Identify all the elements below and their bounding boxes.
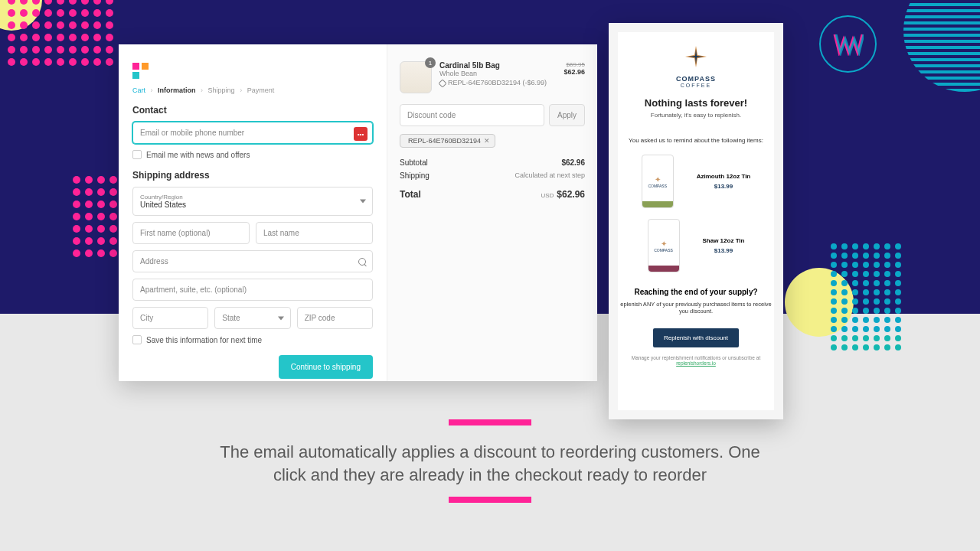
applied-discount-chip: REPL-64E760BD32194 ✕ [400, 134, 495, 148]
country-select[interactable]: Country/Region United States [132, 187, 373, 216]
remove-discount-icon[interactable]: ✕ [484, 137, 490, 145]
address-field[interactable]: Address [132, 250, 373, 272]
chevron-down-icon [360, 200, 366, 204]
chevron-down-icon [278, 316, 284, 320]
checkbox-icon[interactable] [132, 335, 142, 344]
shipping-heading: Shipping address [132, 170, 373, 181]
breadcrumb-shipping: Shipping [208, 86, 235, 94]
email-product-row: ✦COMPASS Shaw 12oz Tin $13.99 [618, 219, 774, 272]
product-image: ✦COMPASS [648, 219, 680, 272]
accent-bar [449, 497, 531, 503]
email-reminder: You asked us to remind about the followi… [618, 137, 774, 144]
product-name: Cardinal 5lb Bag [439, 61, 556, 70]
contact-heading: Contact [132, 105, 373, 116]
breadcrumb-cart[interactable]: Cart [132, 86, 145, 94]
breadcrumb: Cart › Information › Shipping › Payment [132, 86, 373, 94]
order-summary: 1 Cardinal 5lb Bag Whole Bean REPL-64E76… [387, 44, 597, 381]
email-product-name: Shaw 12oz Tin [703, 237, 745, 244]
product-variant: Whole Bean [439, 70, 556, 77]
email-product-name: Azimouth 12oz Tin [697, 173, 751, 180]
caption-text: The email automatically applies a discou… [207, 441, 773, 486]
checkout-card: Cart › Information › Shipping › Payment … [119, 44, 597, 381]
email-product-price: $13.99 [703, 247, 745, 254]
newsletter-checkbox-row[interactable]: Email me with news and offers [132, 150, 373, 159]
country-value: United States [140, 201, 186, 209]
apply-button[interactable]: Apply [549, 104, 585, 126]
email-product-row: ✦COMPASS Azimouth 12oz Tin $13.99 [618, 155, 774, 208]
total-value: $62.96 [557, 189, 585, 200]
password-manager-icon[interactable]: ••• [354, 127, 368, 141]
first-name-placeholder: First name (optional) [140, 229, 211, 237]
caption-section: The email automatically applies a discou… [0, 419, 980, 503]
email-body: eplenish ANY of your previously purchase… [618, 301, 774, 315]
compass-logo-icon [684, 44, 708, 69]
product-row: 1 Cardinal 5lb Bag Whole Bean REPL-64E76… [400, 61, 585, 93]
subtotal-label: Subtotal [400, 158, 428, 167]
email-placeholder: Email or mobile phone number [140, 129, 244, 137]
last-name-placeholder: Last name [263, 229, 299, 237]
product-thumbnail: 1 [400, 61, 432, 93]
decor-dots [8, 0, 113, 66]
price-was: $69.95 [564, 61, 585, 68]
email-field[interactable]: Email or mobile phone number ••• [132, 122, 373, 144]
city-placeholder: City [140, 314, 153, 322]
apartment-field[interactable]: Apartment, suite, etc. (optional) [132, 279, 373, 301]
qty-badge: 1 [425, 57, 436, 68]
price-now: $62.96 [564, 68, 585, 76]
email-preview-card: COMPASS COFFEE Nothing lasts forever! Fo… [609, 23, 783, 419]
newsletter-label: Email me with news and offers [146, 151, 250, 159]
applied-code: REPL-64E760BD32194 [408, 137, 481, 145]
footer-link[interactable]: replenishorders.io [676, 360, 716, 366]
save-info-checkbox-row[interactable]: Save this information for next time [132, 335, 373, 344]
shipping-label: Shipping [400, 171, 430, 180]
shipping-value: Calculated at next step [514, 171, 585, 180]
decor-dots [831, 243, 903, 350]
zip-field[interactable]: ZIP code [297, 307, 373, 329]
continue-button[interactable]: Continue to shipping [279, 355, 373, 379]
footer-text: Manage your replenishment notifications … [632, 355, 760, 360]
total-label: Total [400, 189, 421, 200]
brand-sub: COFFEE [618, 83, 774, 88]
product-discount-tag: REPL-64E760BD32194 (-$6.99) [439, 79, 556, 86]
tin-band [642, 201, 673, 207]
apartment-placeholder: Apartment, suite, etc. (optional) [140, 285, 247, 294]
store-logo [132, 63, 149, 79]
accent-bar [449, 419, 531, 425]
email-question: Reaching the end of your supply? [618, 288, 774, 296]
total-currency: USD [541, 192, 554, 199]
email-footer: Manage your replenishment notifications … [618, 355, 774, 366]
breadcrumb-payment: Payment [247, 86, 275, 94]
brand-name: COMPASS [618, 75, 774, 83]
email-headline: Nothing lasts forever! [618, 97, 774, 109]
first-name-field[interactable]: First name (optional) [132, 222, 250, 244]
uw-logo [819, 15, 877, 73]
search-icon [358, 258, 366, 266]
email-subhead: Fortunately, it's easy to replenish. [618, 112, 774, 119]
checkout-form: Cart › Information › Shipping › Payment … [119, 44, 387, 381]
discount-input[interactable]: Discount code [400, 104, 544, 126]
last-name-field[interactable]: Last name [256, 222, 373, 244]
city-field[interactable]: City [132, 307, 208, 329]
country-label: Country/Region [140, 194, 365, 201]
zip-placeholder: ZIP code [305, 314, 335, 322]
discount-tag-text: REPL-64E760BD32194 (-$6.99) [448, 79, 547, 86]
subtotal-value: $62.96 [561, 158, 585, 167]
product-image: ✦COMPASS [642, 155, 674, 208]
discount-placeholder: Discount code [407, 111, 456, 119]
tag-icon [438, 79, 446, 87]
state-select[interactable]: State [214, 307, 290, 329]
replenish-button[interactable]: Replenish with discount [653, 328, 739, 347]
breadcrumb-info: Information [158, 86, 196, 94]
email-product-price: $13.99 [697, 183, 751, 190]
state-placeholder: State [222, 314, 240, 322]
svg-marker-1 [688, 49, 704, 64]
address-placeholder: Address [140, 257, 168, 266]
tin-band [648, 266, 679, 272]
checkbox-icon[interactable] [132, 150, 142, 159]
save-info-label: Save this information for next time [146, 336, 262, 344]
